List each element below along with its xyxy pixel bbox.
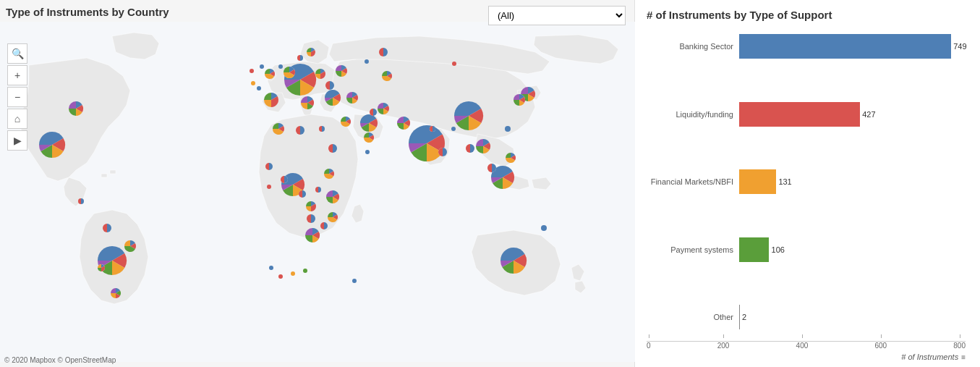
axis-ticks-row: 0200400600800 bbox=[647, 342, 966, 350]
svg-point-59 bbox=[250, 69, 254, 73]
bar-row: Financial Markets/NBFI131 bbox=[647, 169, 966, 194]
chart-panel: # of Instruments by Type of Support Bank… bbox=[635, 0, 980, 367]
map-title: Type of Instruments by Country bbox=[6, 6, 169, 18]
bar-fill-3 bbox=[739, 237, 769, 262]
bar-label-2: Financial Markets/NBFI bbox=[647, 177, 733, 186]
svg-point-61 bbox=[251, 81, 255, 85]
axis-tick: 0 bbox=[647, 342, 651, 350]
bar-fill-2 bbox=[739, 169, 776, 194]
svg-point-68 bbox=[267, 185, 271, 189]
map-panel: Type of Instruments by Country (All) Ban… bbox=[0, 0, 635, 367]
svg-point-69 bbox=[269, 266, 273, 270]
map-footer: © 2020 Mapbox © OpenStreetMap bbox=[4, 356, 116, 364]
svg-point-65 bbox=[451, 127, 456, 131]
axis-tick: 800 bbox=[953, 342, 966, 350]
map-play-button[interactable]: ▶ bbox=[7, 130, 27, 151]
chart-body: Banking Sector749Liquidity/funding427Fin… bbox=[647, 34, 966, 334]
bar-row: Banking Sector749 bbox=[647, 34, 966, 59]
bar-row: Other2 bbox=[647, 305, 966, 329]
bar-track-4: 2 bbox=[739, 305, 966, 329]
bar-fill-0 bbox=[739, 34, 951, 59]
bar-fill-4 bbox=[739, 305, 740, 329]
map-zoom-in-button[interactable]: + bbox=[7, 65, 27, 85]
map-search-button[interactable]: 🔍 bbox=[7, 43, 27, 64]
axis-label: # of Instruments bbox=[901, 353, 958, 361]
svg-point-66 bbox=[541, 225, 547, 231]
bar-row: Payment systems106 bbox=[647, 237, 966, 262]
chart-title: # of Instruments by Type of Support bbox=[647, 9, 966, 21]
axis-label-row: # of Instruments ≡ bbox=[647, 353, 966, 361]
bar-fill-1 bbox=[739, 102, 860, 127]
chart-axis: 0200400600800 # of Instruments ≡ bbox=[647, 341, 966, 358]
map-dropdown-container[interactable]: (All) Banking Sector Liquidity/funding F… bbox=[488, 6, 626, 25]
svg-point-72 bbox=[303, 269, 307, 273]
bar-track-3: 106 bbox=[739, 237, 966, 262]
svg-point-46 bbox=[505, 126, 511, 132]
bar-value-2: 131 bbox=[778, 177, 791, 186]
svg-point-64 bbox=[452, 62, 456, 66]
sort-icon[interactable]: ≡ bbox=[961, 353, 966, 361]
bar-value-0: 749 bbox=[953, 42, 966, 51]
svg-point-73 bbox=[352, 279, 357, 283]
bar-label-3: Payment systems bbox=[647, 245, 733, 254]
svg-point-70 bbox=[278, 274, 283, 279]
map-dropdown-select[interactable]: (All) Banking Sector Liquidity/funding F… bbox=[488, 6, 626, 25]
map-controls: 🔍 + − ⌂ ▶ bbox=[7, 43, 27, 151]
svg-point-67 bbox=[365, 150, 370, 154]
bar-track-0: 749 bbox=[739, 34, 966, 59]
axis-tick: 200 bbox=[717, 342, 730, 350]
bar-label-0: Banking Sector bbox=[647, 42, 733, 51]
svg-point-60 bbox=[278, 64, 283, 69]
bar-label-4: Other bbox=[647, 313, 733, 321]
axis-tick: 400 bbox=[796, 342, 809, 350]
axis-tick: 600 bbox=[874, 342, 887, 350]
bar-track-2: 131 bbox=[739, 169, 966, 194]
bar-value-4: 2 bbox=[742, 313, 746, 321]
svg-point-58 bbox=[260, 64, 264, 69]
svg-point-71 bbox=[291, 271, 295, 276]
bar-value-1: 427 bbox=[862, 110, 875, 119]
bar-label-1: Liquidity/funding bbox=[647, 110, 733, 119]
map-home-button[interactable]: ⌂ bbox=[7, 109, 27, 129]
bar-value-3: 106 bbox=[772, 245, 785, 254]
svg-point-62 bbox=[257, 86, 261, 90]
map-svg-container: .land { fill: #e8e8e8; stroke: #fff; str… bbox=[0, 0, 634, 367]
svg-point-63 bbox=[365, 59, 369, 64]
bar-track-1: 427 bbox=[739, 102, 966, 127]
bar-row: Liquidity/funding427 bbox=[647, 102, 966, 127]
map-zoom-out-button[interactable]: − bbox=[7, 87, 27, 107]
